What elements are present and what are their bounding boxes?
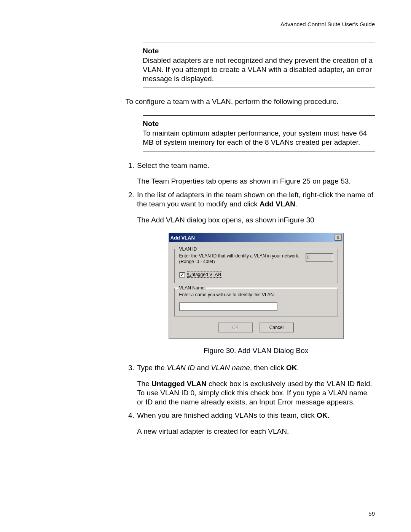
vlan-id-input[interactable] [306, 253, 333, 262]
note-body: To maintain optimum adapter performance,… [143, 129, 375, 147]
page-number: 59 [368, 510, 375, 517]
text-fragment: Type the [137, 364, 167, 372]
ok-button[interactable]: OK [218, 323, 253, 332]
step-text: In the list of adapters in the team show… [137, 191, 373, 208]
untagged-vlan-checkbox[interactable] [179, 272, 185, 278]
text-fragment: and [195, 364, 211, 372]
text-fragment: . [328, 411, 330, 419]
figure-caption: Figure 30. Add VLAN Dialog Box [137, 347, 375, 355]
bold-text: OK [317, 411, 328, 419]
step-3: Type the VLAN ID and VLAN name, then cli… [136, 363, 375, 406]
dialog-buttons: OK Cancel [174, 323, 338, 332]
note-block-2: Note To maintain optimum adapter perform… [143, 115, 375, 152]
close-button[interactable]: × [335, 234, 342, 241]
step-text: Type the VLAN ID and VLAN name, then cli… [137, 364, 299, 372]
step-2: In the list of adapters in the team show… [136, 190, 375, 355]
bold-text: Add VLAN [260, 200, 295, 208]
vlan-id-instruction: Enter the VLAN ID that will identify a V… [179, 253, 300, 265]
close-icon: × [336, 235, 339, 240]
cancel-button[interactable]: Cancel [260, 323, 294, 332]
note-heading: Note [143, 47, 375, 55]
group-title: VLAN Name [178, 285, 206, 291]
step-sub: The Add VLAN dialog box opens, as shown … [137, 216, 375, 225]
running-header: Advanced Control Suite User's Guide [36, 21, 375, 27]
italic-text: VLAN ID [167, 364, 195, 372]
vlan-name-instruction: Enter a name you will use to identify th… [179, 292, 333, 298]
note-body: Disabled adapters are not recognized and… [143, 56, 375, 83]
step-text: Select the team name. [137, 161, 209, 169]
add-vlan-dialog: Add VLAN × VLAN ID Enter the VLAN ID tha… [169, 233, 344, 339]
dialog-screenshot: Add VLAN × VLAN ID Enter the VLAN ID tha… [169, 233, 344, 339]
step-sub: The Untagged VLAN check box is exclusive… [137, 379, 375, 406]
page-container: Advanced Control Suite User's Guide Note… [0, 0, 411, 456]
vlan-name-group: VLAN Name Enter a name you will use to i… [174, 288, 338, 316]
vlan-id-group: VLAN ID Enter the VLAN ID that will iden… [174, 249, 338, 283]
dialog-titlebar: Add VLAN × [169, 233, 343, 242]
text-fragment: The [137, 380, 151, 388]
untagged-vlan-label[interactable]: Untagged VLAN [187, 272, 223, 278]
step-4: When you are finished adding VLANs to th… [136, 411, 375, 436]
text-fragment: . [295, 200, 297, 208]
text-fragment: When you are finished adding VLANs to th… [137, 411, 317, 419]
dialog-title: Add VLAN [170, 235, 195, 241]
bold-text: Untagged VLAN [151, 380, 207, 388]
group-title: VLAN ID [178, 246, 199, 252]
text-fragment: In the list of adapters in the team show… [137, 191, 373, 208]
untagged-vlan-row: Untagged VLAN [179, 272, 333, 278]
italic-text: VLAN name [211, 364, 250, 372]
mnemonic: U [188, 272, 192, 277]
note-heading: Note [143, 120, 375, 128]
text-fragment: , then click [250, 364, 286, 372]
procedure-list: Select the team name. The Team Propertie… [126, 161, 375, 436]
text-fragment: ntagged VLAN [191, 272, 221, 277]
step-1: Select the team name. The Team Propertie… [136, 161, 375, 186]
dialog-body: VLAN ID Enter the VLAN ID that will iden… [169, 242, 343, 339]
intro-text: To configure a team with a VLAN, perform… [126, 97, 375, 106]
note-block-1: Note Disabled adapters are not recognize… [143, 43, 375, 88]
vlan-name-input[interactable] [179, 302, 277, 311]
step-sub: The Team Properties tab opens as shown i… [137, 177, 375, 186]
text-fragment: . [297, 364, 299, 372]
step-text: When you are finished adding VLANs to th… [137, 411, 330, 419]
bold-text: OK [286, 364, 297, 372]
step-sub: A new virtual adapter is created for eac… [137, 427, 375, 436]
